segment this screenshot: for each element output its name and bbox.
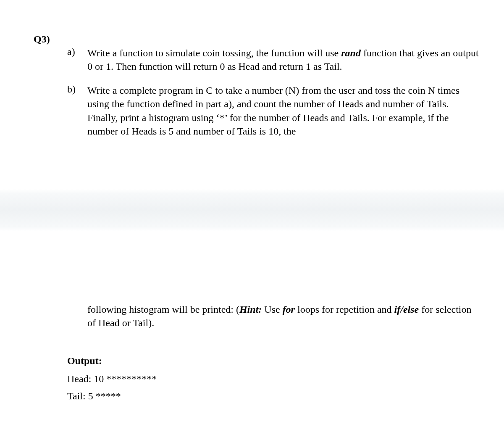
part-a-label: a): [67, 46, 87, 74]
output-section: Output: Head: 10 ********** Tail: 5 ****…: [67, 355, 479, 402]
cont-mid2: loops for repetition and: [295, 304, 394, 315]
part-a-text: Write a function to simulate coin tossin…: [87, 46, 479, 74]
part-a-text-before: Write a function to simulate coin tossin…: [87, 48, 341, 58]
cont-mid1: Use: [262, 304, 282, 315]
part-b-label: b): [67, 84, 87, 138]
output-tail-line: Tail: 5 *****: [67, 391, 479, 402]
for-keyword: for: [283, 304, 295, 315]
ifelse-keyword: if/else: [394, 304, 419, 315]
part-a: a) Write a function to simulate coin tos…: [67, 46, 479, 74]
cont-before-hint: following histogram will be printed: (: [87, 304, 239, 315]
hint-label: Hint:: [239, 304, 262, 315]
rand-keyword: rand: [341, 48, 361, 58]
part-b-text: Write a complete program in C to take a …: [87, 84, 479, 138]
part-b-continuation: following histogram will be printed: (Hi…: [87, 303, 479, 330]
part-b: b) Write a complete program in C to take…: [67, 84, 479, 138]
output-label: Output:: [67, 355, 479, 367]
question-number: Q3): [34, 34, 50, 45]
separator-band: [0, 189, 504, 231]
output-head-line: Head: 10 **********: [67, 373, 479, 385]
